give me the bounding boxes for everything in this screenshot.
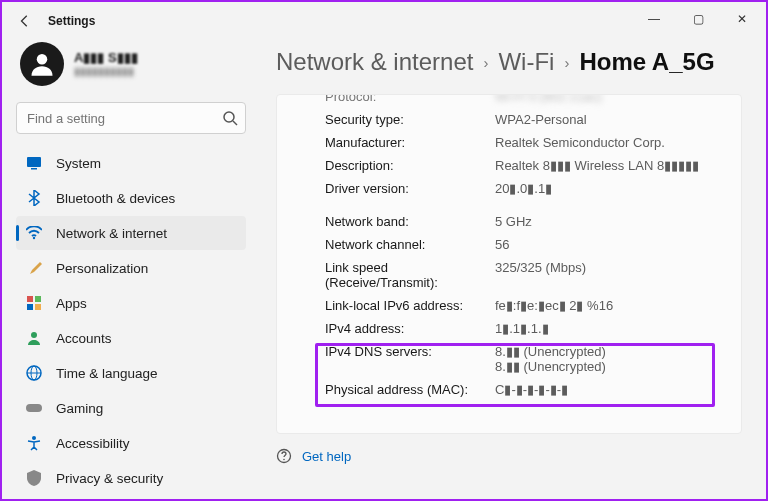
sidebar-item-label: Accounts [56, 331, 112, 346]
detail-value: fe▮:f▮e:▮ec▮ 2▮ %16 [495, 298, 717, 313]
chevron-right-icon: › [564, 54, 569, 71]
sidebar-item-system[interactable]: System [16, 146, 246, 180]
detail-label: Network band: [325, 214, 495, 229]
globe-icon [26, 365, 42, 381]
system-icon [26, 155, 42, 171]
search-icon [222, 110, 238, 126]
user-name: A▮▮▮ S▮▮▮ [74, 50, 242, 65]
sidebar-item-label: Time & language [56, 366, 158, 381]
maximize-button[interactable]: ▢ [676, 4, 720, 34]
detail-row: Manufacturer: Realtek Semiconductor Corp… [325, 131, 717, 154]
svg-rect-3 [27, 157, 41, 167]
avatar [20, 42, 64, 86]
detail-label: Protocol: [325, 94, 495, 104]
detail-row: Security type: WPA2-Personal [325, 108, 717, 131]
help-label: Get help [302, 449, 351, 464]
detail-value: 20▮.0▮.1▮ [495, 181, 717, 196]
detail-label: Link-local IPv6 address: [325, 298, 495, 313]
svg-point-1 [224, 112, 234, 122]
sidebar-item-time[interactable]: Time & language [16, 356, 246, 390]
main-content: Network & internet › Wi-Fi › Home A_5G P… [254, 36, 766, 495]
brush-icon [26, 260, 42, 276]
svg-point-17 [283, 459, 285, 461]
detail-row-ipv4dns: IPv4 DNS servers: 8.▮▮ (Unencrypted) 8.▮… [325, 340, 717, 378]
sidebar-item-network[interactable]: Network & internet [16, 216, 246, 250]
sidebar-item-label: Accessibility [56, 436, 130, 451]
sidebar-item-label: Bluetooth & devices [56, 191, 175, 206]
dns-line: 8.▮▮ (Unencrypted) [495, 344, 717, 359]
detail-label: Network channel: [325, 237, 495, 252]
sidebar-item-label: Network & internet [56, 226, 167, 241]
svg-line-2 [233, 121, 237, 125]
svg-rect-14 [26, 404, 42, 412]
sidebar-item-label: Privacy & security [56, 471, 163, 486]
svg-point-15 [32, 436, 36, 440]
user-email: ▮▮▮▮▮▮▮▮▮▮ [74, 65, 242, 78]
detail-row: Network band: 5 GHz [325, 210, 717, 233]
help-icon [276, 448, 292, 464]
svg-point-5 [33, 237, 35, 239]
sidebar-item-accounts[interactable]: Accounts [16, 321, 246, 355]
sidebar-item-label: Apps [56, 296, 87, 311]
detail-label: IPv4 address: [325, 321, 495, 336]
svg-rect-9 [35, 304, 41, 310]
sidebar-item-personalization[interactable]: Personalization [16, 251, 246, 285]
breadcrumb-wifi[interactable]: Wi-Fi [498, 48, 554, 76]
detail-value: 56 [495, 237, 717, 252]
sidebar-item-label: System [56, 156, 101, 171]
sidebar: A▮▮▮ S▮▮▮ ▮▮▮▮▮▮▮▮▮▮ System Bluetooth & … [2, 36, 254, 495]
detail-label: IPv4 DNS servers: [325, 344, 495, 374]
detail-value: Wi-Fi 5 (802.11ac) [495, 94, 717, 104]
network-details-card: Protocol: Wi-Fi 5 (802.11ac) Security ty… [276, 94, 742, 434]
detail-value: 8.▮▮ (Unencrypted) 8.▮▮ (Unencrypted) [495, 344, 717, 374]
sidebar-item-bluetooth[interactable]: Bluetooth & devices [16, 181, 246, 215]
minimize-button[interactable]: — [632, 4, 676, 34]
breadcrumb-network[interactable]: Network & internet [276, 48, 473, 76]
search-input[interactable] [16, 102, 246, 134]
dns-line: 8.▮▮ (Unencrypted) [495, 359, 717, 374]
sidebar-item-apps[interactable]: Apps [16, 286, 246, 320]
detail-row: Driver version: 20▮.0▮.1▮ [325, 177, 717, 200]
sidebar-item-label: Personalization [56, 261, 148, 276]
sidebar-item-accessibility[interactable]: Accessibility [16, 426, 246, 460]
sidebar-item-label: Gaming [56, 401, 103, 416]
shield-icon [26, 470, 42, 486]
detail-value: C▮-▮-▮-▮-▮-▮ [495, 382, 717, 397]
help-row[interactable]: Get help [276, 434, 742, 464]
apps-icon [26, 295, 42, 311]
nav-list: System Bluetooth & devices Network & int… [16, 146, 246, 495]
gamepad-icon [26, 400, 42, 416]
search-wrap [16, 102, 246, 134]
detail-row: Physical address (MAC): C▮-▮-▮-▮-▮-▮ [325, 378, 717, 401]
svg-rect-7 [35, 296, 41, 302]
detail-value: Realtek 8▮▮▮ Wireless LAN 8▮▮▮▮▮ [495, 158, 717, 173]
svg-rect-4 [31, 168, 37, 170]
accessibility-icon [26, 435, 42, 451]
detail-label: Physical address (MAC): [325, 382, 495, 397]
sidebar-item-gaming[interactable]: Gaming [16, 391, 246, 425]
chevron-right-icon: › [483, 54, 488, 71]
window-title: Settings [48, 14, 95, 28]
detail-value: WPA2-Personal [495, 112, 717, 127]
svg-rect-6 [27, 296, 33, 302]
detail-label: Description: [325, 158, 495, 173]
user-block[interactable]: A▮▮▮ S▮▮▮ ▮▮▮▮▮▮▮▮▮▮ [16, 36, 246, 96]
detail-label: Driver version: [325, 181, 495, 196]
detail-row: Network channel: 56 [325, 233, 717, 256]
detail-row-ipv4: IPv4 address: 1▮.1▮.1.▮ [325, 317, 717, 340]
svg-point-0 [37, 54, 48, 65]
breadcrumb-current: Home A_5G [579, 48, 714, 76]
close-button[interactable]: ✕ [720, 4, 764, 34]
detail-value: 325/325 (Mbps) [495, 260, 717, 290]
window-controls: — ▢ ✕ [632, 4, 764, 34]
detail-value: Realtek Semiconductor Corp. [495, 135, 717, 150]
svg-point-10 [31, 332, 37, 338]
detail-row: Link speed (Receive/Transmit): 325/325 (… [325, 256, 717, 294]
wifi-icon [26, 225, 42, 241]
detail-label: Manufacturer: [325, 135, 495, 150]
back-button[interactable] [16, 12, 34, 30]
detail-value: 5 GHz [495, 214, 717, 229]
detail-label: Security type: [325, 112, 495, 127]
svg-rect-8 [27, 304, 33, 310]
sidebar-item-privacy[interactable]: Privacy & security [16, 461, 246, 495]
